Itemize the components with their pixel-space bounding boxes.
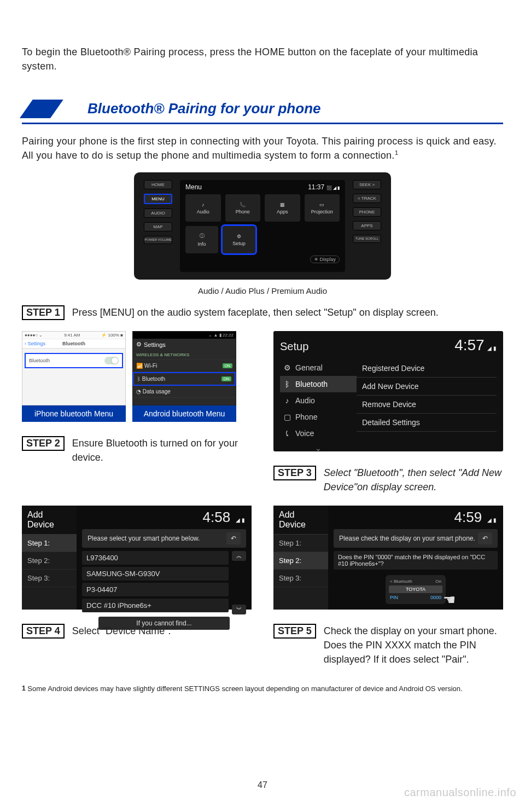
add-device-title: Add Device	[22, 506, 77, 535]
scroll-up-icon: ︽	[232, 551, 246, 561]
wizard-step-3: Step 3:	[22, 570, 77, 587]
section-rule	[22, 123, 503, 124]
pointer-hand-icon: ☚	[443, 591, 456, 608]
device-row: DCC #10 iPhone6s+	[82, 599, 229, 612]
setup-voice-item: ⤹Voice	[280, 425, 357, 442]
iphone-bluetooth-screenshot: ●●●●○ ⌄ 9:41 AM ⚡ 100% ■ ‹ Settings Blue…	[22, 331, 126, 422]
info-tile: ⓘInfo	[185, 226, 218, 253]
add-device-list-screenshot: Add Device Step 1: Step 2: Step 3: 4:58◢…	[22, 506, 252, 610]
home-button: HOME	[144, 180, 172, 189]
device-row: L9736400	[82, 551, 229, 565]
toggle-on-icon	[104, 357, 119, 364]
android-wifi-row: 📶 Wi-FiON	[133, 360, 236, 372]
registered-device-item: Registered Device	[357, 359, 497, 378]
setup-phone-item: ▢Phone	[280, 409, 357, 425]
setup-tile: ⚙Setup	[223, 226, 255, 253]
multimedia-faceplate-image: HOME MENU AUDIO MAP POWER VOLUME Menu 11…	[134, 172, 391, 280]
settings-slider-icon: ⚙	[136, 341, 142, 348]
display-button: ☀ Display	[310, 256, 340, 263]
projection-tile: ▭Projection	[305, 194, 340, 222]
wizard-step-3b: Step 3:	[273, 570, 328, 587]
android-data-row: ◔ Data usage	[133, 386, 236, 398]
phone-pin-mockup: < BluetoothOn TOYOTA PIN0000 ☚	[386, 575, 446, 604]
track-back-button: < TRACK	[353, 194, 381, 203]
android-caption: Android bluetooth Menu	[132, 405, 236, 422]
apps-tile: ▦Apps	[265, 194, 300, 222]
audio-button: AUDIO	[144, 208, 172, 218]
back-icon: ↶	[226, 532, 241, 544]
tune-scroll-knob: TUNE SCROLL	[353, 235, 381, 243]
back-settings-link: ‹ Settings	[25, 341, 45, 346]
setup-bluetooth-screenshot: Setup 4:57 ◢ ▮ ⚙General ᛒBluetooth ♪Audi…	[273, 331, 503, 451]
phone-hard-button: PHONE	[353, 207, 381, 217]
add-device-title-2: Add Device	[273, 506, 328, 535]
iphone-caption: iPhone bluetooth Menu	[22, 405, 126, 422]
setup-audio-item: ♪Audio	[280, 392, 357, 409]
check-display-hint: Please check the display on your smart p…	[339, 535, 475, 542]
footnote-ref: 1	[395, 149, 399, 156]
step-2-badge: STEP 2	[22, 436, 65, 451]
wizard-step-2b: Step 2:	[273, 552, 328, 570]
step-5-text: Check the display on your smart phone. D…	[324, 624, 503, 666]
map-button: MAP	[144, 222, 172, 231]
pin-confirm-message: Does the PIN "0000" match the PIN displa…	[334, 551, 498, 570]
pairing-paragraph: Pairing your phone is the first step in …	[22, 134, 503, 163]
apps-hard-button: APPS	[353, 221, 381, 230]
add-device-clock: 4:58	[203, 509, 231, 526]
step-1-text: Press [MENU] on the audio system facepla…	[72, 305, 439, 320]
step-2-text: Ensure Bluetooth is turned on for your d…	[72, 436, 252, 465]
dash-caption: Audio / Audio Plus / Premium Audio	[198, 286, 327, 295]
step-4-badge: STEP 4	[22, 624, 65, 639]
device-row: P3-04407	[82, 583, 229, 596]
power-volume-knob: POWER VOLUME	[144, 236, 172, 244]
back-icon: ↶	[478, 532, 492, 544]
screen-title: Menu	[185, 183, 202, 191]
step-3-badge: STEP 3	[273, 466, 316, 480]
seek-fwd-button: SEEK >	[353, 180, 381, 189]
footnote: 1 Some Android devices may have slightly…	[22, 684, 503, 694]
chevron-down-icon: ⌄	[280, 442, 357, 455]
step-5-badge: STEP 5	[273, 624, 316, 639]
device-row: SAMSUNG-SM-G930V	[82, 567, 229, 581]
audio-tile: ♪Audio	[185, 194, 221, 222]
add-device-pin-screenshot: Add Device Step 1: Step 2: Step 3: 4:59◢…	[273, 506, 503, 610]
section-title: Bluetooth® Pairing for your phone	[88, 100, 320, 117]
multimedia-screen: Menu 11:37 ⬛ ◢ ▮ ♪Audio 📞Phone ▦Apps ▭Pr…	[180, 180, 345, 272]
iphone-nav-title: Bluetooth	[62, 341, 85, 346]
iphone-bluetooth-toggle-row: Bluetooth	[25, 353, 123, 368]
section-header: Bluetooth® Pairing for your phone	[22, 100, 503, 118]
detailed-settings-item: Detailed Settings	[357, 414, 497, 432]
setup-bluetooth-item: ᛒBluetooth	[280, 376, 357, 392]
android-bluetooth-row: ᛒ BluetoothON	[133, 372, 236, 386]
wizard-step-1b: Step 1:	[273, 535, 328, 552]
android-bluetooth-screenshot: ⌄ ▲ ▮ 22:22 ⚙Settings WIRELESS & NETWORK…	[132, 331, 236, 422]
step-4-text: Select "Device Name".	[72, 624, 171, 638]
phone-tile: 📞Phone	[225, 194, 261, 222]
step-1-badge: STEP 1	[22, 305, 65, 320]
add-new-device-item: Add New Device	[357, 378, 497, 396]
intro-text: To begin the Bluetooth® Pairing process,…	[22, 45, 503, 73]
wizard-step-1: Step 1:	[22, 535, 77, 552]
setup-general-item: ⚙General	[280, 359, 357, 376]
step-3-text: Select "Bluetooth", then select "Add New…	[324, 466, 503, 494]
wizard-step-2: Step 2:	[22, 552, 77, 570]
add-device-clock-2: 4:59	[454, 509, 482, 526]
remove-device-item: Remove Device	[357, 396, 497, 414]
scroll-down-icon: ︾	[232, 605, 246, 614]
menu-button: MENU	[144, 194, 172, 204]
watermark: carmanualsonline.info	[404, 786, 516, 799]
select-phone-hint: Please select your smart phone below.	[88, 535, 200, 542]
setup-title: Setup	[280, 340, 308, 353]
setup-clock: 4:57	[454, 337, 485, 353]
screen-clock: 11:37 ⬛ ◢ ▮	[308, 183, 340, 191]
